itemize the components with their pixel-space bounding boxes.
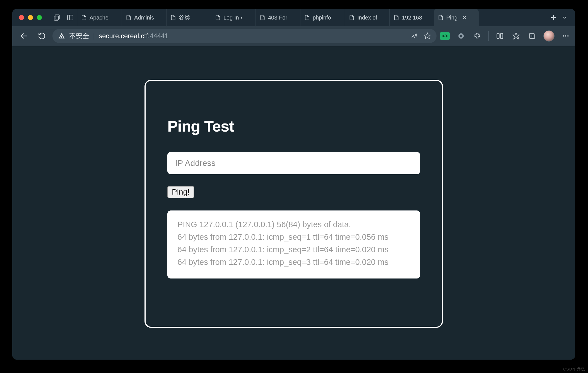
tab-overview-icon[interactable] [53, 14, 61, 21]
svg-rect-2 [68, 15, 73, 20]
favorites-star-icon[interactable] [511, 31, 521, 41]
tab-ping[interactable]: Ping [434, 9, 479, 26]
ping-output: PING 127.0.0.1 (127.0.0.1) 56(84) bytes … [167, 210, 420, 278]
more-menu-icon[interactable] [561, 31, 571, 41]
collections-icon[interactable] [527, 31, 537, 41]
tab-label: 谷类 [179, 14, 190, 21]
divider: | [93, 32, 95, 40]
svg-rect-12 [497, 33, 499, 39]
split-screen-icon[interactable] [495, 31, 505, 41]
svg-point-22 [567, 35, 569, 37]
url-box[interactable]: 不安全 | secure.cereal.ctf:44441 [52, 29, 437, 43]
back-button[interactable] [17, 29, 31, 43]
page-content: Ping Test Ping! PING 127.0.0.1 (127.0.0.… [12, 46, 575, 360]
file-icon [126, 14, 131, 21]
devtools-icon[interactable]: </> [440, 31, 450, 41]
svg-marker-9 [424, 33, 430, 39]
tab-label: Apache [90, 14, 109, 21]
tab-actions [546, 14, 571, 21]
tabs-container: Apache Adminis 谷类 Log In ‹ [77, 9, 546, 26]
file-icon [81, 14, 87, 21]
output-line: PING 127.0.0.1 (127.0.0.1) 56(84) bytes … [177, 218, 410, 231]
toolbar-right: </> [440, 30, 571, 42]
output-line: 64 bytes from 127.0.0.1: icmp_seq=3 ttl=… [177, 256, 410, 268]
window-maximize-button[interactable] [37, 15, 42, 20]
sidebar-toggle-icon[interactable] [66, 14, 74, 21]
tab-adminis[interactable]: Adminis [122, 9, 166, 26]
new-tab-button[interactable] [550, 14, 557, 21]
watermark: CSDN @忆 [563, 367, 585, 372]
window-controls [19, 15, 42, 20]
address-bar: 不安全 | secure.cereal.ctf:44441 </> [12, 26, 575, 46]
not-secure-icon [58, 32, 65, 40]
tab-login[interactable]: Log In ‹ [211, 9, 256, 26]
file-icon [394, 14, 399, 21]
file-icon [349, 14, 355, 21]
file-icon [260, 14, 265, 21]
tab-label: 192.168 [402, 14, 422, 21]
extensions-icon[interactable] [472, 31, 482, 41]
svg-rect-0 [55, 15, 59, 19]
tab-bar: Apache Adminis 谷类 Log In ‹ [12, 9, 575, 26]
tab-192168[interactable]: 192.168 [389, 9, 434, 26]
file-icon [304, 14, 310, 21]
page-title: Ping Test [167, 117, 420, 135]
ping-panel: Ping Test Ping! PING 127.0.0.1 (127.0.0.… [144, 80, 443, 328]
tab-label: Log In ‹ [223, 14, 242, 21]
security-label: 不安全 [69, 32, 89, 40]
tab-label: Adminis [134, 14, 154, 21]
svg-point-11 [460, 35, 462, 37]
window-close-button[interactable] [19, 15, 24, 20]
favorite-icon[interactable] [424, 32, 431, 40]
ping-button[interactable]: Ping! [167, 186, 194, 198]
file-icon [438, 14, 444, 21]
tab-label: Ping [446, 14, 457, 21]
browser-window: Apache Adminis 谷类 Log In ‹ [12, 9, 575, 360]
read-aloud-icon[interactable] [411, 32, 418, 40]
tab-label: phpinfo [313, 14, 331, 21]
svg-rect-1 [54, 16, 58, 20]
profile-avatar[interactable] [543, 30, 555, 42]
output-line: 64 bytes from 127.0.0.1: icmp_seq=1 ttl=… [177, 231, 410, 243]
svg-point-21 [565, 35, 567, 37]
window-minimize-button[interactable] [28, 15, 33, 20]
url-host: secure.cereal.ctf [99, 32, 148, 40]
url-port: :44441 [148, 32, 168, 40]
close-icon[interactable] [462, 15, 467, 20]
refresh-button[interactable] [35, 29, 49, 43]
svg-point-20 [563, 35, 564, 37]
tab-list-dropdown[interactable] [562, 15, 567, 20]
file-icon [170, 14, 176, 21]
tab-403[interactable]: 403 For [256, 9, 300, 26]
output-line: 64 bytes from 127.0.0.1: icmp_seq=2 ttl=… [177, 243, 410, 256]
url-text: secure.cereal.ctf:44441 [99, 32, 168, 40]
tab-label: Index of [357, 14, 377, 21]
ip-address-input[interactable] [167, 152, 420, 174]
tab-indexof[interactable]: Index of [345, 9, 389, 26]
divider [488, 31, 489, 41]
file-icon [215, 14, 221, 21]
svg-rect-13 [500, 33, 503, 39]
tab-apache[interactable]: Apache [77, 9, 122, 26]
tab-gulei[interactable]: 谷类 [166, 9, 211, 26]
tab-label: 403 For [268, 14, 287, 21]
record-icon[interactable] [456, 31, 466, 41]
tab-phpinfo[interactable]: phpinfo [300, 9, 345, 26]
